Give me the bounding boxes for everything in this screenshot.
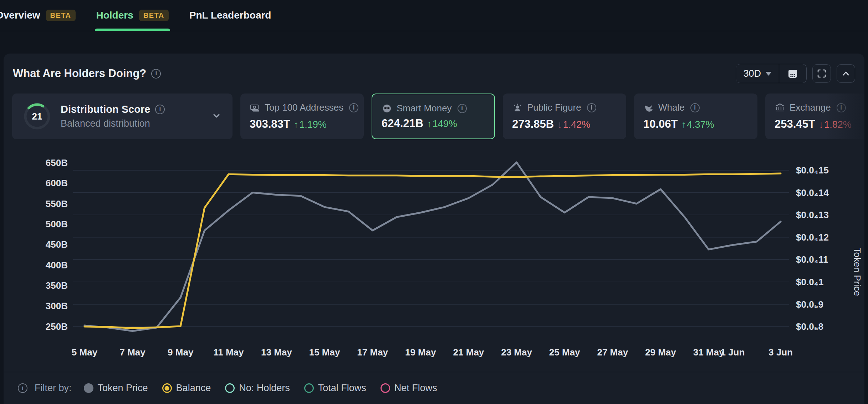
info-icon[interactable]	[458, 104, 467, 113]
x-axis-tick: 25 May	[549, 347, 580, 358]
x-axis-tick: 7 May	[119, 347, 145, 358]
fullscreen-icon	[817, 69, 827, 79]
holders-chart[interactable]: $0.0₄15$0.0₄14$0.0₄13$0.0₄12$0.0₄11$0.0₄…	[4, 153, 864, 371]
header-controls: 30D	[736, 64, 855, 83]
tab-holders[interactable]: Holders BETA	[96, 0, 169, 31]
info-icon[interactable]	[151, 69, 161, 79]
tab-pnl-leaderboard[interactable]: PnL Leaderboard	[189, 0, 271, 31]
beta-badge: BETA	[139, 10, 169, 21]
x-axis-tick: 27 May	[597, 347, 628, 358]
x-axis-tick: 9 May	[168, 347, 194, 358]
stat-card-change: ↑1.19%	[294, 119, 327, 130]
x-axis-tick: 23 May	[501, 347, 532, 358]
stat-card-value: 253.45T	[775, 118, 815, 131]
banknote-icon	[250, 102, 260, 113]
filter-option-balance[interactable]: Balance	[162, 383, 211, 394]
down-arrow-icon: ↓	[557, 119, 562, 130]
series-line-token-price[interactable]	[85, 162, 781, 331]
tab-holders-label: Holders	[96, 10, 133, 21]
stat-card[interactable]: Public Figure 273.85B ↓1.42%	[503, 94, 626, 139]
expand-card-button[interactable]	[211, 110, 222, 122]
stat-card-label: Smart Money	[397, 103, 452, 114]
stat-card-value: 10.06T	[643, 118, 678, 131]
filter-by-label: Filter by:	[35, 383, 72, 394]
holders-panel: What Are Holders Doing? 30D	[4, 54, 864, 404]
filter-option-no-holders[interactable]: No: Holders	[225, 383, 290, 394]
stat-card-change: ↑149%	[427, 118, 457, 130]
right-axis-title: Token Price	[852, 248, 863, 296]
info-icon[interactable]	[18, 383, 27, 393]
smart-money-icon	[382, 103, 392, 114]
stat-cards-row: 21 Distribution Score Balanced distribut…	[4, 94, 864, 139]
filter-option-token-price[interactable]: Token Price	[84, 383, 148, 394]
right-axis-tick: $0.0₄15	[796, 165, 829, 176]
right-axis-tick: $0.0₄1	[796, 277, 823, 287]
info-icon[interactable]	[155, 105, 165, 114]
right-axis-tick: $0.0₄14	[796, 187, 829, 198]
left-axis-tick: 300B	[46, 301, 68, 311]
radio-icon	[162, 383, 172, 393]
radio-icon	[225, 383, 235, 393]
left-axis-tick: 650B	[46, 157, 68, 168]
stat-card[interactable]: Top 100 Addresses 303.83T ↑1.19%	[240, 94, 364, 139]
stat-card-label: Exchange	[790, 102, 831, 113]
left-axis-tick: 250B	[46, 321, 68, 332]
stat-card-change: ↑4.37%	[681, 119, 714, 130]
chart-area[interactable]: $0.0₄15$0.0₄14$0.0₄13$0.0₄12$0.0₄11$0.0₄…	[4, 153, 864, 371]
fullscreen-button[interactable]	[812, 64, 831, 83]
info-icon[interactable]	[837, 103, 846, 112]
tab-overview[interactable]: Overview BETA	[0, 0, 76, 31]
left-axis-title: Balance	[0, 255, 2, 289]
radio-icon	[381, 383, 390, 393]
filter-bar: Filter by: Token Price Balance No: Holde…	[4, 372, 864, 404]
distribution-score-title: Distribution Score	[61, 103, 150, 115]
stat-card-change: ↓1.42%	[557, 119, 590, 130]
x-axis-tick: 11 May	[213, 347, 244, 358]
radio-icon	[304, 383, 314, 393]
distribution-score-text: Distribution Score Balanced distribution	[61, 103, 165, 129]
distribution-score-value: 21	[23, 102, 51, 131]
x-axis-tick: 21 May	[453, 347, 484, 358]
stat-card[interactable]: Smart Money 624.21B ↑149%	[372, 94, 495, 139]
x-axis-tick: 13 May	[261, 347, 292, 358]
info-icon[interactable]	[587, 103, 596, 112]
public-figure-icon	[512, 102, 523, 113]
page-title: What Are Holders Doing?	[13, 67, 146, 80]
holders-dashboard: Overview BETA Holders BETA PnL Leaderboa…	[0, 0, 868, 404]
x-axis-tick: 15 May	[309, 347, 340, 358]
chevron-down-icon	[765, 72, 772, 76]
x-axis-tick: 31 May	[693, 347, 724, 358]
up-arrow-icon: ↑	[294, 119, 299, 130]
tab-pnl-label: PnL Leaderboard	[189, 10, 271, 21]
right-axis-tick: $0.0₅8	[796, 321, 823, 332]
whale-icon	[643, 102, 654, 113]
stat-card-value: 303.83T	[250, 118, 290, 131]
right-axis-tick: $0.0₄13	[796, 209, 829, 220]
left-axis-tick: 450B	[46, 239, 68, 250]
beta-badge: BETA	[46, 10, 76, 21]
filter-option-net-flows[interactable]: Net Flows	[381, 383, 437, 394]
left-axis-tick: 600B	[46, 178, 68, 188]
filter-option-total-flows[interactable]: Total Flows	[304, 383, 366, 394]
series-line-balance[interactable]	[85, 173, 781, 328]
date-range-control: 30D	[736, 64, 807, 83]
info-icon[interactable]	[349, 103, 358, 112]
stat-card-value: 624.21B	[382, 117, 423, 130]
tabs: Overview BETA Holders BETA PnL Leaderboa…	[0, 0, 271, 31]
stat-card[interactable]: Whale 10.06T ↑4.37%	[634, 94, 757, 139]
stat-card[interactable]: Exchange 253.45T ↓1.82%	[765, 94, 864, 139]
calendar-button[interactable]	[779, 64, 806, 83]
info-icon[interactable]	[690, 103, 700, 112]
calendar-icon	[787, 68, 798, 79]
x-axis-tick: 19 May	[405, 347, 436, 358]
x-axis-tick: 17 May	[357, 347, 388, 358]
chevron-down-icon	[211, 110, 222, 121]
distribution-score-card[interactable]: 21 Distribution Score Balanced distribut…	[12, 94, 233, 139]
range-dropdown[interactable]: 30D	[736, 64, 779, 83]
stat-card-value: 273.85B	[512, 118, 554, 131]
range-value: 30D	[743, 68, 761, 79]
collapse-button[interactable]	[837, 64, 855, 83]
distribution-score-gauge: 21	[23, 102, 51, 131]
panel-header: What Are Holders Doing? 30D	[4, 54, 864, 94]
exchange-icon	[775, 102, 785, 113]
